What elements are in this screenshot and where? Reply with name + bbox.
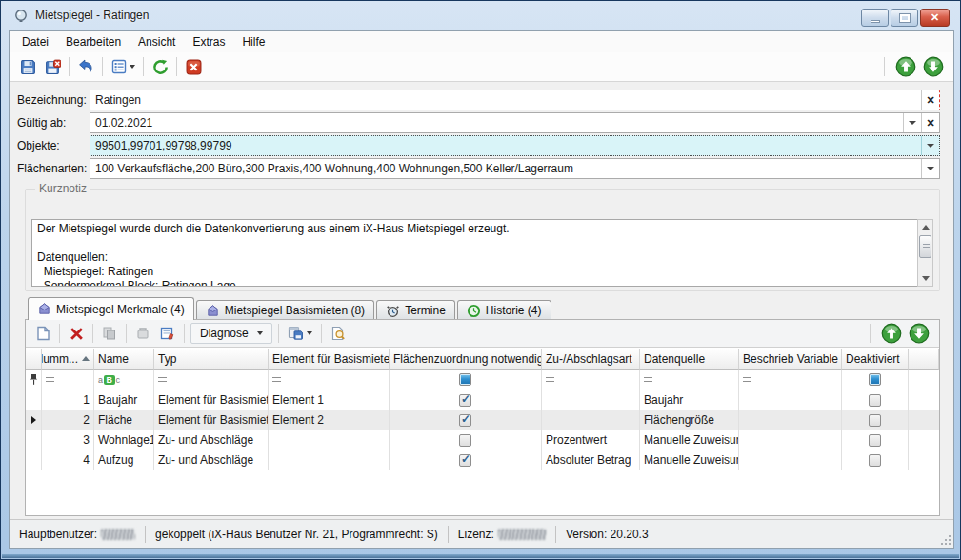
row-selector[interactable] (26, 390, 42, 410)
cell-deaktiviert[interactable] (842, 450, 909, 470)
menu-bearbeiten[interactable]: Bearbeiten (57, 32, 130, 51)
checkbox[interactable] (869, 434, 881, 447)
cell-datenquelle[interactable]: Manuelle Zuweisung (640, 430, 739, 450)
filter-zuabschlagsart[interactable] (542, 370, 640, 390)
cell-element[interactable] (269, 430, 390, 450)
cell-datenquelle[interactable]: Flächengröße (640, 410, 739, 430)
filter-typ[interactable] (154, 370, 269, 390)
cell-name[interactable]: Baujahr (94, 390, 154, 410)
cell-element[interactable] (269, 450, 390, 470)
cell-name[interactable]: Fläche (94, 410, 154, 430)
preview-button[interactable] (326, 322, 350, 345)
cancel-button[interactable] (181, 55, 206, 78)
list-dropdown-button[interactable] (107, 55, 139, 78)
cell-beschrieb[interactable] (739, 430, 842, 450)
record-up-button[interactable] (881, 323, 902, 344)
checkbox[interactable] (459, 454, 471, 467)
resize-grip[interactable] (939, 533, 951, 545)
filter-nummer[interactable] (42, 370, 94, 390)
cell-zuabschlagsart[interactable] (542, 410, 640, 430)
cell-datenquelle[interactable]: Manuelle Zuweisung (640, 450, 739, 470)
filter-name[interactable]: aBc (94, 370, 154, 390)
cell-flaechenzuordnung[interactable] (390, 450, 542, 470)
menu-hilfe[interactable]: Hilfe (233, 32, 273, 51)
date-dropdown-button[interactable] (903, 113, 921, 132)
col-header-typ[interactable]: Typ (154, 349, 269, 370)
cell-deaktiviert[interactable] (842, 430, 909, 450)
cell-typ[interactable]: Element für Basismiete (154, 410, 269, 430)
cell-datenquelle[interactable]: Baujahr (640, 390, 739, 410)
gueltig-ab-field[interactable]: 01.02.2021 ✕ (90, 112, 940, 133)
menu-datei[interactable]: Datei (13, 32, 57, 51)
checkbox[interactable] (459, 394, 471, 407)
cell-typ[interactable]: Element für Basismiete (154, 390, 269, 410)
record-down-button[interactable] (909, 323, 930, 344)
checkbox[interactable] (459, 434, 471, 447)
clear-field-button[interactable]: ✕ (921, 113, 939, 132)
flaechenarten-value[interactable]: 100 Verkaufsfläche,200 Büro,300 Praxis,4… (90, 162, 921, 175)
kurznotiz-scrollbar[interactable] (917, 219, 933, 287)
filter-beschrieb[interactable] (739, 370, 842, 390)
row-selector[interactable] (26, 450, 42, 470)
menu-ansicht[interactable]: Ansicht (130, 32, 184, 51)
cell-nummer[interactable]: 1 (42, 390, 94, 410)
copy-button[interactable] (97, 322, 122, 345)
minimize-button[interactable] (861, 9, 889, 27)
cell-flaechenzuordnung[interactable] (390, 410, 542, 430)
cell-nummer[interactable]: 2 (42, 410, 94, 430)
table-row[interactable]: 4 Aufzug Zu- und Abschläge Absoluter Bet… (26, 450, 939, 470)
cell-beschrieb[interactable] (739, 410, 842, 430)
objekte-value[interactable]: 99501,99701,99798,99799 (90, 139, 921, 152)
cell-zuabschlagsart[interactable]: Prozentwert (542, 430, 640, 450)
cell-beschrieb[interactable] (739, 390, 842, 410)
checkbox[interactable] (869, 454, 881, 467)
refresh-button[interactable] (148, 55, 172, 78)
maximize-button[interactable] (891, 9, 918, 27)
checkbox[interactable] (869, 414, 881, 427)
cell-zuabschlagsart[interactable]: Absoluter Betrag (542, 450, 640, 470)
cell-typ[interactable]: Zu- und Abschläge (154, 430, 269, 450)
cell-deaktiviert[interactable] (842, 410, 909, 430)
record-down-button[interactable] (923, 56, 944, 77)
col-header-element[interactable]: Element für Basismiete (269, 349, 390, 370)
title-bar[interactable]: Mietspiegel - Ratingen ✕ (1, 1, 960, 30)
col-header-name[interactable]: Name (94, 349, 154, 370)
table-row[interactable]: 3 Wohnlage1 Zu- und Abschläge Prozentwer… (26, 430, 939, 450)
delete-row-button[interactable] (64, 322, 89, 345)
cell-name[interactable]: Aufzug (94, 450, 154, 470)
tab-mietspiegel-basismieten[interactable]: Mietspiegel Basismieten (8) (196, 300, 374, 320)
col-header-nummer[interactable]: Numm... (42, 349, 94, 370)
col-header-deaktiviert[interactable]: Deaktiviert (842, 349, 909, 370)
col-header-flaechenzuordnung[interactable]: Flächenzuordnung notwendig (390, 349, 542, 370)
save-button[interactable] (15, 55, 40, 78)
tab-termine[interactable]: Termine (376, 300, 455, 320)
bezeichnung-field[interactable]: Ratingen ✕ (90, 90, 940, 110)
col-header-zuabschlagsart[interactable]: Zu-/Abschlagsart (542, 349, 640, 370)
scroll-up-button[interactable] (918, 220, 932, 234)
bezeichnung-value[interactable]: Ratingen (90, 93, 921, 107)
kurznotiz-textarea[interactable]: Der Mietspiegel wurde durch die Datenkon… (31, 219, 920, 287)
cell-element[interactable]: Element 2 (269, 410, 390, 430)
filter-datenquelle[interactable] (640, 370, 739, 390)
tab-mietspiegel-merkmale[interactable]: Mietspiegel Merkmale (4) (28, 297, 194, 320)
edit-row-button[interactable] (155, 322, 180, 345)
row-selector[interactable] (26, 410, 42, 430)
objekte-field[interactable]: 99501,99701,99798,99799 (90, 135, 940, 156)
flaechenarten-dropdown-button[interactable] (921, 159, 939, 178)
filter-deaktiviert[interactable] (842, 370, 909, 390)
cell-beschrieb[interactable] (739, 450, 842, 470)
col-header-beschrieb[interactable]: Beschrieb Variable (739, 349, 842, 370)
detach-button[interactable] (130, 322, 155, 345)
cell-element[interactable]: Element 1 (269, 390, 390, 410)
filter-flaechenzuordnung[interactable] (390, 370, 542, 390)
filter-element[interactable] (269, 370, 390, 390)
cell-name[interactable]: Wohnlage1 (94, 430, 154, 450)
scrollbar-thumb[interactable] (919, 235, 931, 258)
menu-extras[interactable]: Extras (184, 32, 233, 51)
new-row-button[interactable] (30, 322, 55, 345)
flaechenarten-field[interactable]: 100 Verkaufsfläche,200 Büro,300 Praxis,4… (90, 158, 940, 179)
undo-button[interactable] (73, 55, 98, 78)
tab-historie[interactable]: Historie (4) (457, 300, 551, 320)
table-row[interactable]: 2 Fläche Element für Basismiete Element … (26, 410, 939, 430)
cell-deaktiviert[interactable] (842, 390, 909, 410)
